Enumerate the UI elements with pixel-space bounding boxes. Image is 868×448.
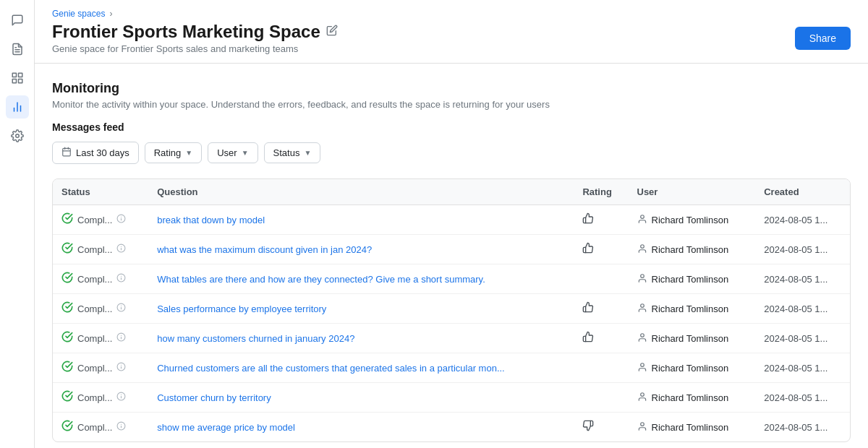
question-link[interactable]: break that down by model [157, 215, 265, 225]
info-icon[interactable] [116, 273, 126, 285]
question-link[interactable]: how many customers churned in january 20… [157, 333, 354, 344]
info-icon[interactable] [116, 244, 126, 255]
svg-point-21 [640, 244, 644, 248]
user-icon [637, 214, 647, 226]
table-row[interactable]: Compl... how many customers churned in j… [53, 324, 850, 353]
breadcrumb[interactable]: Genie spaces › [52, 9, 851, 19]
created-date: 2024-08-05 1... [764, 303, 827, 314]
status-filter[interactable]: Status ▼ [264, 142, 321, 163]
status-check-icon [61, 361, 73, 375]
table-header-row: Status Question Rating User Created [53, 179, 850, 205]
svg-point-37 [640, 363, 644, 366]
sidebar [0, 0, 35, 448]
user-icon [637, 421, 647, 434]
svg-rect-3 [18, 73, 22, 77]
sidebar-item-settings[interactable] [6, 124, 29, 147]
svg-point-41 [640, 392, 644, 396]
created-date: 2024-08-05 1... [764, 215, 827, 225]
status-check-icon [61, 212, 73, 227]
status-check-icon [61, 272, 73, 286]
status-text: Compl... [77, 392, 112, 403]
breadcrumb-label: Genie spaces [52, 9, 105, 19]
date-range-label: Last 30 days [76, 147, 129, 158]
edit-icon[interactable] [326, 25, 338, 39]
sidebar-item-grid[interactable] [6, 66, 29, 90]
svg-rect-2 [12, 73, 16, 77]
header-subtitle: Genie space for Frontier Sports sales an… [52, 43, 338, 54]
svg-rect-4 [18, 79, 22, 83]
info-icon[interactable] [116, 303, 126, 314]
user-icon [637, 392, 647, 404]
info-icon[interactable] [116, 214, 126, 225]
rating-filter[interactable]: Rating ▼ [145, 142, 202, 163]
user-icon [637, 362, 647, 374]
table-row[interactable]: Compl... What tables are there and how a… [53, 264, 850, 294]
sidebar-item-chart[interactable] [6, 95, 29, 119]
sidebar-item-chat[interactable] [6, 9, 29, 32]
status-chevron-icon: ▼ [304, 149, 311, 157]
section-description: Monitor the activity within your space. … [52, 99, 851, 110]
share-button[interactable]: Share [795, 27, 851, 50]
user-filter[interactable]: User ▼ [208, 142, 258, 163]
status-text: Compl... [77, 244, 112, 255]
svg-point-9 [15, 134, 19, 138]
svg-rect-10 [63, 148, 71, 156]
status-check-icon [61, 301, 73, 316]
user-name: Richard Tomlinson [652, 363, 729, 374]
question-link[interactable]: what was the maximum discount given in j… [157, 244, 372, 255]
table-row[interactable]: Compl... Customer churn by territory Ric… [53, 383, 850, 413]
status-text: Compl... [77, 422, 112, 433]
user-label: User [217, 147, 237, 158]
thumbs-up-icon [582, 332, 594, 345]
user-name: Richard Tomlinson [652, 303, 729, 314]
header: Genie spaces › Frontier Sports Marketing… [35, 0, 868, 64]
table-row[interactable]: Compl... what was the maximum discount g… [53, 235, 850, 264]
page-title: Frontier Sports Marketing Space [52, 22, 320, 42]
table-row[interactable]: Compl... break that down by model [53, 205, 850, 235]
user-chevron-icon: ▼ [242, 149, 249, 157]
status-check-icon [61, 242, 73, 257]
svg-point-25 [640, 274, 644, 277]
question-link[interactable]: Sales performance by employee territory [157, 303, 326, 314]
status-text: Compl... [77, 363, 112, 374]
status-check-icon [61, 420, 73, 434]
col-user: User [629, 179, 756, 205]
svg-point-17 [640, 215, 644, 218]
table-row[interactable]: Compl... show me average price by model [53, 413, 850, 442]
question-link[interactable]: Customer churn by territory [157, 392, 271, 403]
info-icon[interactable] [116, 392, 126, 403]
user-name: Richard Tomlinson [652, 333, 729, 344]
filters-bar: Last 30 days Rating ▼ User ▼ Status ▼ [52, 142, 851, 164]
info-icon[interactable] [116, 362, 126, 374]
status-text: Compl... [77, 215, 112, 225]
question-link[interactable]: What tables are there and how are they c… [157, 274, 485, 285]
user-name: Richard Tomlinson [652, 274, 729, 285]
user-icon [637, 332, 647, 345]
table-row[interactable]: Compl... Churned customers are all the c… [53, 353, 850, 383]
user-icon [637, 273, 647, 285]
user-name: Richard Tomlinson [652, 215, 729, 225]
svg-rect-5 [12, 79, 16, 83]
breadcrumb-chevron: › [109, 9, 112, 19]
created-date: 2024-08-05 1... [764, 422, 827, 433]
info-icon[interactable] [116, 332, 126, 344]
col-created: Created [755, 179, 850, 205]
info-icon[interactable] [116, 421, 126, 433]
table-row[interactable]: Compl... Sales performance by employee t… [53, 294, 850, 324]
main-content: Genie spaces › Frontier Sports Marketing… [35, 0, 868, 448]
thumbs-up-icon [582, 214, 594, 226]
question-link[interactable]: Churned customers are all the customers … [157, 363, 505, 374]
user-name: Richard Tomlinson [652, 244, 729, 255]
thumbs-down-icon [582, 421, 594, 434]
col-status: Status [53, 179, 148, 205]
col-question: Question [148, 179, 574, 205]
user-name: Richard Tomlinson [652, 422, 729, 433]
created-date: 2024-08-05 1... [764, 274, 827, 285]
created-date: 2024-08-05 1... [764, 244, 827, 255]
sidebar-item-document[interactable] [6, 38, 29, 61]
svg-point-33 [640, 333, 644, 337]
status-text: Compl... [77, 333, 112, 344]
question-link[interactable]: show me average price by model [157, 422, 295, 433]
date-range-filter[interactable]: Last 30 days [52, 142, 139, 164]
rating-label: Rating [154, 147, 182, 158]
